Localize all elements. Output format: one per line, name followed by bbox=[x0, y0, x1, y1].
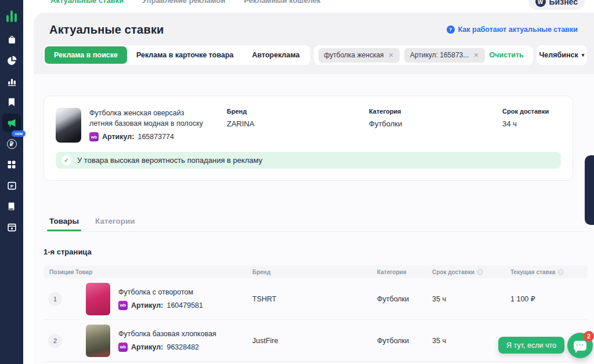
pie-chart-icon[interactable] bbox=[2, 51, 21, 70]
city-selector[interactable]: Челябинск ▾ bbox=[537, 45, 587, 65]
filter-chip-query[interactable]: футболка женская ✕ bbox=[318, 48, 400, 63]
question-circle-icon: ? bbox=[447, 26, 455, 34]
chat-unread-badge: 2 bbox=[584, 331, 594, 341]
main-panel: Актуальные ставки ? Как работают актуаль… bbox=[34, 13, 594, 364]
category-label: Категория bbox=[369, 108, 502, 115]
article-label: Артикул: bbox=[131, 301, 163, 310]
chevron-down-icon: ▾ bbox=[582, 52, 585, 58]
bookmark-icon[interactable] bbox=[2, 93, 21, 111]
delivery-label: Срок доставки bbox=[502, 108, 561, 115]
city-label: Челябинск bbox=[539, 51, 578, 59]
product-summary-card: Футболка женская оверсайз летняя базовая… bbox=[44, 96, 573, 181]
brand-value: ZARINA bbox=[227, 119, 369, 128]
svg-text:P: P bbox=[10, 183, 13, 188]
banner-text: У товара высокая вероятность попадания в… bbox=[77, 156, 262, 165]
panel-body: Футболка женская оверсайз летняя базовая… bbox=[34, 96, 594, 364]
shopping-bag-icon[interactable] bbox=[2, 30, 21, 49]
table-header: Позиция Товар Бренд Категория Срок доста… bbox=[44, 265, 588, 278]
wb-badge-icon: wb bbox=[118, 343, 128, 352]
page-title: Актуальные ставки bbox=[49, 23, 164, 37]
new-badge: new bbox=[12, 130, 26, 137]
category-cell: Футболки bbox=[377, 337, 432, 345]
product-title: Футболка базовая хлопковая bbox=[118, 329, 216, 340]
product-photo bbox=[56, 108, 81, 143]
help-link[interactable]: ? Как работают актуальные ставки bbox=[447, 26, 578, 34]
product-title: Футболка с отворотом bbox=[118, 287, 203, 298]
side-panel-handle[interactable] bbox=[585, 155, 594, 225]
chip-label: Артикул: 165873... bbox=[410, 51, 469, 59]
position-badge: 1 bbox=[48, 292, 62, 306]
apps-grid-icon[interactable] bbox=[2, 155, 21, 174]
col-category: Категория bbox=[377, 269, 432, 275]
bid-cell: 1 100 ₽ bbox=[510, 294, 588, 303]
search-filters-box[interactable]: футболка женская ✕ Артикул: 165873... ✕ … bbox=[314, 45, 533, 65]
brand-cell: JustFire bbox=[252, 337, 377, 345]
product-thumbnail bbox=[86, 325, 110, 357]
logo-text: Бизнес bbox=[549, 0, 578, 6]
delivery-value: 34 ч bbox=[502, 119, 561, 128]
article-label: Артикул: bbox=[131, 343, 163, 351]
page-section-label: 1-я страница bbox=[44, 247, 594, 256]
position-badge: 2 bbox=[48, 334, 62, 348]
chat-button[interactable]: ··· 2 bbox=[567, 333, 593, 358]
panel-header: Актуальные ставки ? Как работают актуаль… bbox=[34, 13, 594, 74]
check-circle-icon: ✓ bbox=[61, 155, 71, 165]
close-icon[interactable]: ✕ bbox=[473, 52, 479, 59]
table-row[interactable]: 1 Футболка с отворотом wb Артикул: 16047… bbox=[44, 278, 588, 320]
wb-badge-icon: wb bbox=[118, 301, 128, 310]
clear-filters-button[interactable]: Очистить bbox=[490, 51, 524, 59]
ruble-wallet-icon[interactable]: ₽ new bbox=[2, 134, 21, 153]
tab-products[interactable]: Товары bbox=[49, 217, 79, 231]
tab-categories[interactable]: Категории bbox=[95, 217, 135, 231]
wb-business-logo[interactable]: W Бизнес bbox=[528, 0, 585, 10]
segment-card-ads[interactable]: Реклама в карточке товара bbox=[127, 46, 243, 64]
article-number: 165873774 bbox=[137, 133, 174, 141]
promo-card-icon[interactable]: P bbox=[2, 176, 21, 195]
archive-box-icon[interactable] bbox=[2, 218, 21, 236]
top-navigation: Актуальные ставки Управление рекламой Ре… bbox=[23, 0, 594, 13]
help-link-label: Как работают актуальные ставки bbox=[458, 26, 578, 34]
nav-link-current-bids[interactable]: Актуальные ставки bbox=[50, 0, 124, 5]
col-brand: Бренд bbox=[252, 269, 377, 275]
megaphone-icon-active[interactable] bbox=[2, 114, 21, 132]
nav-link-ad-management[interactable]: Управление рекламой bbox=[142, 0, 225, 5]
chip-label: футболка женская bbox=[324, 51, 384, 59]
book-icon[interactable] bbox=[2, 197, 21, 216]
segment-search-ads[interactable]: Реклама в поиске bbox=[45, 46, 127, 64]
article-number: 160479581 bbox=[166, 301, 203, 310]
product-title: Футболка женская оверсайз летняя базовая… bbox=[89, 108, 209, 129]
article-label: Артикул: bbox=[102, 133, 134, 141]
wb-badge-icon: wb bbox=[89, 132, 99, 141]
wb-circle-icon: W bbox=[535, 0, 546, 7]
chat-bubble-icon: ··· bbox=[574, 341, 586, 351]
bar-chart-icon[interactable] bbox=[2, 72, 21, 90]
segment-auto-ads[interactable]: Автореклама bbox=[242, 46, 309, 64]
product-thumbnail bbox=[86, 283, 110, 315]
col-position: Позиция bbox=[44, 269, 75, 275]
delivery-cell: 35 ч bbox=[432, 295, 510, 303]
category-cell: Футболки bbox=[377, 295, 432, 303]
app-window: ₽ new P Актуальные ставки Управление рек… bbox=[0, 0, 594, 364]
table-row[interactable]: 3 Футболка женская черная bbox=[44, 362, 588, 364]
category-value: Футболки bbox=[369, 119, 502, 128]
brand-cell: TSHRT bbox=[252, 295, 377, 303]
sidebar: ₽ new P bbox=[0, 0, 23, 364]
info-icon[interactable]: ? bbox=[477, 269, 483, 275]
info-icon[interactable]: ? bbox=[557, 269, 564, 275]
col-delivery: Срок доставки ? bbox=[432, 269, 510, 275]
probability-banner: ✓ У товара высокая вероятность попадания… bbox=[56, 152, 561, 169]
col-current-bid: Текущая ставка ? bbox=[510, 269, 588, 275]
ad-type-segmented-control: Реклама в поиске Реклама в карточке това… bbox=[44, 45, 310, 65]
nav-link-ad-wallet[interactable]: Рекламный кошелек bbox=[244, 0, 320, 5]
filter-chip-article[interactable]: Артикул: 165873... ✕ bbox=[404, 48, 485, 63]
article-number: 96328482 bbox=[166, 343, 199, 351]
brand-label: Бренд bbox=[227, 108, 369, 115]
tabs-bar: Товары Категории bbox=[44, 217, 594, 231]
col-product: Товар bbox=[75, 269, 252, 275]
close-icon[interactable]: ✕ bbox=[389, 52, 394, 59]
tabs-divider bbox=[44, 231, 584, 232]
chat-prompt-button[interactable]: Я тут, если что bbox=[498, 337, 564, 354]
wb-analytics-logo-icon[interactable] bbox=[4, 5, 19, 22]
